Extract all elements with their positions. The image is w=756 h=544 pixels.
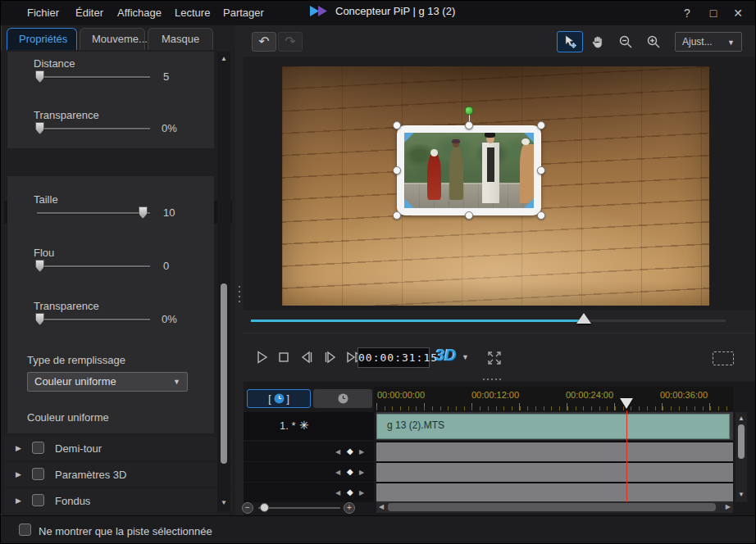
- fondus-label: Fondus: [55, 495, 90, 507]
- timeline-vertical-scrollbar[interactable]: ▲ ▼: [736, 412, 747, 502]
- redo-button[interactable]: ↷: [278, 32, 303, 52]
- zoom-in-button[interactable]: [640, 31, 667, 52]
- scroll-left-icon[interactable]: ◀: [379, 503, 384, 510]
- preview-seek-bar[interactable]: [251, 320, 726, 322]
- keyframe-prev-icon[interactable]: ◀: [335, 448, 340, 456]
- preview-seek-thumb[interactable]: [576, 313, 591, 324]
- keyframe-next-icon[interactable]: ▶: [359, 448, 364, 456]
- timeline-splitter[interactable]: [483, 379, 485, 380]
- taille-slider-thumb[interactable]: [139, 206, 148, 219]
- resize-handle-s[interactable]: [465, 211, 473, 220]
- zoom-out-button[interactable]: [613, 31, 639, 52]
- timeline-zoom-out-button[interactable]: −: [242, 502, 253, 514]
- keyframe-next-icon[interactable]: ▶: [359, 469, 364, 476]
- transparence-bordure-slider[interactable]: [37, 319, 150, 320]
- scroll-right-icon[interactable]: ▶: [726, 503, 731, 510]
- resize-handle-w[interactable]: [393, 166, 401, 175]
- section-parametres-3d[interactable]: ▶ Paramètres 3D: [4, 463, 232, 486]
- distance-slider-thumb[interactable]: [35, 70, 44, 83]
- hand-tool-button[interactable]: [585, 31, 611, 52]
- show-selected-track-checkbox[interactable]: [19, 524, 31, 536]
- clip-g13-mts[interactable]: g 13 (2).MTS: [376, 414, 730, 439]
- playhead-marker[interactable]: [620, 398, 633, 409]
- transparence-slider[interactable]: [37, 128, 150, 129]
- tab-masque[interactable]: Masque: [148, 28, 213, 50]
- demi-tour-checkbox[interactable]: [32, 442, 44, 454]
- timeline-horizontal-scrollbar-thumb[interactable]: [388, 503, 716, 511]
- keyframe-add-icon[interactable]: ◆: [347, 487, 353, 496]
- timeline-vertical-scrollbar-thumb[interactable]: [738, 424, 745, 459]
- timeline-zoom-slider[interactable]: [258, 507, 340, 509]
- 3d-mode-button[interactable]: 3D: [435, 346, 457, 365]
- scroll-up-icon[interactable]: ▲: [736, 415, 747, 422]
- menu-fichier[interactable]: Fichier: [27, 7, 59, 19]
- timeline-time-mode-toggle[interactable]: [313, 389, 372, 408]
- chevron-down-icon[interactable]: ▼: [462, 353, 469, 361]
- pip-object[interactable]: [397, 125, 541, 215]
- undo-button[interactable]: ↶: [252, 32, 276, 52]
- section-fondus[interactable]: ▶ Fondus: [4, 489, 232, 512]
- panel-splitter[interactable]: [235, 25, 244, 515]
- menu-affichage[interactable]: Affichage: [117, 7, 162, 19]
- stop-button[interactable]: [276, 349, 292, 365]
- menu-lecture[interactable]: Lecture: [175, 7, 210, 19]
- collapse-arrow-icon[interactable]: ▶: [16, 496, 21, 505]
- fullscreen-button[interactable]: [486, 350, 503, 366]
- resize-handle-se[interactable]: [537, 211, 545, 220]
- zoom-fit-dropdown[interactable]: Ajust... ▼: [675, 32, 742, 52]
- timeline-horizontal-scrollbar[interactable]: ◀ ▶: [376, 501, 733, 513]
- timeline-zoom-slider-thumb[interactable]: [260, 503, 269, 512]
- scroll-down-icon[interactable]: ▼: [217, 499, 230, 506]
- collapse-arrow-icon[interactable]: ▶: [16, 470, 21, 478]
- resize-handle-n[interactable]: [465, 121, 473, 129]
- panel-scrollbar[interactable]: ▲ ▼: [217, 52, 230, 512]
- row-echelle-lane[interactable]: [376, 462, 733, 482]
- transparence-bordure-slider-thumb[interactable]: [35, 313, 44, 325]
- tab-proprietes[interactable]: Propriétés: [7, 28, 77, 50]
- keyframe-prev-icon[interactable]: ◀: [335, 469, 340, 476]
- taille-slider[interactable]: [37, 212, 150, 214]
- menu-partager[interactable]: Partager: [223, 7, 264, 19]
- timeline-zoom-in-button[interactable]: +: [344, 502, 355, 514]
- keyframe-prev-icon[interactable]: ◀: [335, 489, 340, 496]
- scroll-up-icon[interactable]: ▲: [217, 55, 230, 62]
- rotation-handle[interactable]: [465, 107, 474, 116]
- keyframe-next-icon[interactable]: ▶: [359, 489, 364, 496]
- row-rotation-label-cell[interactable]: Rotation ◀ ◆ ▶: [244, 483, 374, 502]
- track-1-label-cell[interactable]: 1. * ✳: [244, 412, 374, 440]
- previous-frame-button[interactable]: [298, 349, 316, 365]
- timecode-display[interactable]: 00:00:31:15: [358, 347, 430, 368]
- help-icon[interactable]: ?: [678, 5, 696, 21]
- select-move-icon: [562, 34, 577, 49]
- row-opacite-lane[interactable]: [376, 442, 733, 461]
- play-button[interactable]: [253, 349, 270, 365]
- keyframe-add-icon[interactable]: ◆: [347, 467, 353, 476]
- flou-slider[interactable]: [37, 265, 150, 267]
- transparence-slider-thumb[interactable]: [35, 122, 44, 134]
- resize-handle-ne[interactable]: [537, 121, 545, 129]
- resize-handle-nw[interactable]: [393, 121, 401, 129]
- timeline-clip-mode-toggle[interactable]: [ ]: [247, 389, 311, 408]
- maximize-icon[interactable]: □: [704, 5, 722, 21]
- row-echelle-label-cell[interactable]: Échelle ◀ ◆ ▶: [244, 462, 374, 482]
- menu-editer[interactable]: Éditer: [75, 7, 103, 19]
- distance-slider[interactable]: [37, 76, 150, 78]
- row-rotation-lane[interactable]: [376, 483, 733, 502]
- flou-slider-thumb[interactable]: [35, 260, 44, 272]
- resize-handle-e[interactable]: [537, 166, 545, 175]
- select-move-tool-button[interactable]: [557, 31, 583, 52]
- section-demi-tour[interactable]: ▶ Demi-tour: [4, 437, 232, 460]
- row-opacite-label-cell[interactable]: Opacité ◀ ◆ ▶: [244, 442, 374, 461]
- tv-safe-zone-button[interactable]: [713, 351, 734, 365]
- close-icon[interactable]: ✕: [729, 5, 747, 21]
- collapse-arrow-icon[interactable]: ▶: [16, 444, 21, 452]
- tab-mouvement[interactable]: Mouveme...: [80, 28, 145, 50]
- resize-handle-sw[interactable]: [393, 211, 401, 220]
- scroll-down-icon[interactable]: ▼: [736, 491, 747, 498]
- fondus-checkbox[interactable]: [32, 494, 44, 506]
- panel-scrollbar-thumb[interactable]: [221, 283, 227, 464]
- fill-type-dropdown[interactable]: Couleur uniforme ▼: [27, 372, 188, 392]
- next-frame-button[interactable]: [321, 349, 339, 365]
- keyframe-add-icon[interactable]: ◆: [347, 447, 353, 456]
- parametres-3d-checkbox[interactable]: [32, 468, 44, 480]
